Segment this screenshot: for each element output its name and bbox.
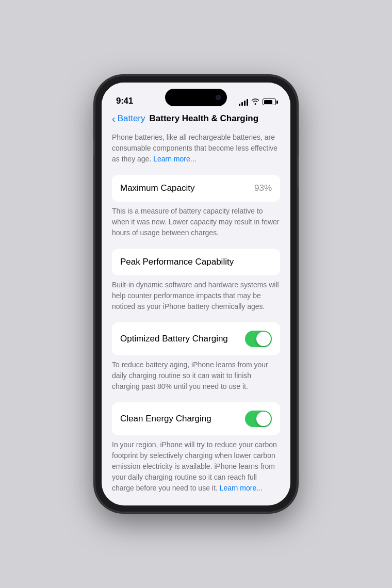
maximum-capacity-value: 93% [254,183,272,193]
content-area: Phone batteries, like all rechargeable b… [102,130,290,493]
optimized-charging-card: Optimized Battery Charging [112,322,280,355]
maximum-capacity-row: Maximum Capacity 93% [120,183,272,193]
clean-energy-row: Clean Energy Charging [120,411,272,427]
clean-energy-description: In your region, iPhone will try to reduc… [112,439,280,493]
status-icons [239,97,276,106]
phone-screen: 9:41 [102,83,290,505]
phone-frame: 9:41 [95,76,297,512]
optimized-charging-description: To reduce battery aging, iPhone learns f… [112,360,280,392]
dynamic-island [165,89,227,106]
clean-energy-card: Clean Energy Charging [112,402,280,435]
peak-performance-description: Built-in dynamic software and hardware s… [112,280,280,312]
maximum-capacity-card: Maximum Capacity 93% [112,175,280,202]
back-label[interactable]: Battery [118,113,145,124]
back-button[interactable]: ‹ Battery [112,113,145,124]
clean-energy-label: Clean Energy Charging [120,414,211,424]
status-time: 9:41 [116,96,133,106]
maximum-capacity-label: Maximum Capacity [120,183,195,193]
toggle-thumb [256,332,271,346]
optimized-charging-toggle[interactable] [245,331,272,347]
optimized-charging-label: Optimized Battery Charging [120,334,228,344]
maximum-capacity-description: This is a measure of battery capacity re… [112,206,280,238]
intro-learn-more[interactable]: Learn more... [153,155,196,163]
page-title: Battery Health & Charging [150,113,259,124]
wifi-icon [251,97,259,106]
peak-performance-card: Peak Performance Capability [112,249,280,275]
clean-energy-learn-more[interactable]: Learn more... [220,484,263,492]
camera-dot [216,95,221,100]
clean-energy-toggle[interactable] [245,411,272,427]
signal-icon [239,99,248,106]
battery-icon [263,99,276,105]
clean-energy-toggle-thumb [256,412,271,426]
nav-bar: ‹ Battery Battery Health & Charging [102,110,290,130]
status-bar: 9:41 [102,83,290,110]
optimized-charging-row: Optimized Battery Charging [120,331,272,347]
battery-fill [264,100,273,104]
back-chevron-icon: ‹ [112,113,116,124]
intro-description: Phone batteries, like all rechargeable b… [112,132,280,165]
peak-performance-label: Peak Performance Capability [120,257,234,267]
